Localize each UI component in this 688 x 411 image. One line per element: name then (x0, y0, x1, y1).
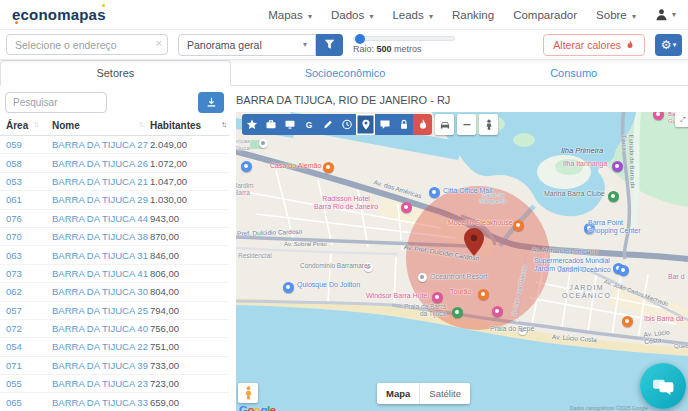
hotel-pin[interactable] (401, 202, 412, 213)
hotel-pin[interactable] (653, 112, 664, 120)
mall-pin[interactable] (429, 187, 440, 198)
map-tool-clock-button[interactable] (337, 114, 356, 135)
cell-nome-link[interactable]: BARRA DA TIJUCA 33 (52, 397, 150, 408)
cell-nome-link[interactable]: BARRA DA TIJUCA 29 (52, 194, 150, 205)
cell-area-link[interactable]: 073 (6, 268, 52, 279)
hotel-pin[interactable] (432, 292, 443, 303)
shopping-pin[interactable] (241, 161, 252, 172)
nav-item-sobre[interactable]: Sobre ▾ (596, 9, 636, 21)
map-tool-chat-bubble-button[interactable] (375, 114, 394, 135)
poi-pin[interactable] (364, 263, 373, 272)
cell-area-link[interactable]: 054 (6, 341, 52, 352)
filter-button[interactable] (316, 34, 343, 56)
cell-nome-link[interactable]: BARRA DA TIJUCA 27 (52, 139, 150, 150)
map-type-map-button[interactable]: Mapa (377, 383, 420, 404)
clear-icon[interactable]: × (156, 37, 162, 49)
user-menu[interactable]: ▾ (655, 8, 676, 21)
map-tool-fire-button[interactable] (413, 114, 432, 135)
settings-button[interactable]: ⚙▾ (655, 34, 682, 56)
radius-slider[interactable] (353, 36, 455, 41)
cell-area-link[interactable]: 065 (6, 397, 52, 408)
cell-area-link[interactable]: 070 (6, 231, 52, 242)
panorama-select[interactable]: Panorama geral ▾ (178, 34, 316, 56)
table-row[interactable]: 061BARRA DA TIJUCA 291.030,00 (0, 191, 229, 209)
cell-nome-link[interactable]: BARRA DA TIJUCA 31 (52, 250, 150, 261)
hotel-pin[interactable] (622, 316, 633, 327)
address-input[interactable] (6, 34, 168, 55)
map-tool-pegman-button[interactable] (479, 114, 498, 135)
poi-pin[interactable] (418, 273, 427, 282)
cell-area-link[interactable]: 072 (6, 323, 52, 334)
map-tool-minus-button[interactable] (457, 114, 476, 135)
search-input[interactable] (5, 92, 107, 113)
cell-nome-link[interactable]: BARRA DA TIJUCA 21 (52, 176, 150, 187)
slider-handle[interactable] (355, 34, 365, 44)
table-row[interactable]: 071BARRA DA TIJUCA 39733,00 (0, 357, 229, 375)
cell-nome-link[interactable]: BARRA DA TIJUCA 44 (52, 213, 150, 224)
table-row[interactable]: 076BARRA DA TIJUCA 44943,00 (0, 210, 229, 228)
poi-pin[interactable] (259, 139, 268, 148)
table-row[interactable]: 065BARRA DA TIJUCA 33659,00 (0, 393, 229, 411)
table-row[interactable]: 063BARRA DA TIJUCA 31846,00 (0, 246, 229, 264)
table-row[interactable]: 057BARRA DA TIJUCA 25794,00 (0, 302, 229, 320)
cell-nome-link[interactable]: BARRA DA TIJUCA 38 (52, 231, 150, 242)
shopping-pin[interactable] (584, 223, 595, 234)
tab-socioeconomico[interactable]: Socioeconômico (231, 60, 460, 85)
cell-nome-link[interactable]: BARRA DA TIJUCA 22 (52, 341, 150, 352)
sort-icon[interactable]: ↑↓ (33, 120, 37, 131)
table-row[interactable]: 054BARRA DA TIJUCA 22751,00 (0, 338, 229, 356)
cell-area-link[interactable]: 076 (6, 213, 52, 224)
col-habitantes[interactable]: Habitantes (150, 120, 201, 131)
sort-icon[interactable]: ↑↓ (138, 120, 142, 131)
table-row[interactable]: 062BARRA DA TIJUCA 30804,00 (0, 283, 229, 301)
map-tool-star-button[interactable] (242, 114, 261, 135)
map-tool-briefcase-button[interactable] (261, 114, 280, 135)
table-row[interactable]: 058BARRA DA TIJUCA 261.072,00 (0, 154, 229, 172)
pegman-control[interactable] (238, 383, 258, 403)
cell-area-link[interactable]: 062 (6, 286, 52, 297)
table-row[interactable]: 053BARRA DA TIJUCA 211.047,00 (0, 173, 229, 191)
cell-nome-link[interactable]: BARRA DA TIJUCA 39 (52, 360, 150, 371)
tab-consumo[interactable]: Consumo (459, 60, 688, 85)
cell-area-link[interactable]: 059 (6, 139, 52, 150)
hotel-pin[interactable] (492, 306, 503, 317)
sort-icon-active[interactable]: ↑↓ (221, 120, 225, 131)
nav-item-leads[interactable]: Leads ▾ (392, 9, 433, 21)
nav-item-comparador[interactable]: Comparador (513, 9, 577, 21)
table-row[interactable]: 073BARRA DA TIJUCA 41806,00 (0, 265, 229, 283)
map-tool-location-pin-button[interactable] (356, 114, 375, 135)
cell-area-link[interactable]: 061 (6, 194, 52, 205)
cell-area-link[interactable]: 055 (6, 378, 52, 389)
fullscreen-button[interactable]: ⤢ (675, 112, 688, 127)
tab-setores[interactable]: Setores (0, 60, 231, 86)
table-row[interactable]: 072BARRA DA TIJUCA 40756,00 (0, 320, 229, 338)
cell-nome-link[interactable]: BARRA DA TIJUCA 40 (52, 323, 150, 334)
cell-area-link[interactable]: 057 (6, 305, 52, 316)
nav-item-ranking[interactable]: Ranking (452, 9, 494, 21)
restaurant-pin[interactable] (478, 289, 489, 300)
marina-pin[interactable] (608, 191, 619, 202)
logo[interactable]: economapas (12, 6, 106, 23)
island-pin[interactable] (612, 161, 623, 172)
restaurant-pin[interactable] (323, 162, 334, 173)
map-type-satellite-button[interactable]: Satélite (420, 383, 470, 404)
cell-area-link[interactable]: 063 (6, 250, 52, 261)
map-tool-car-button[interactable] (435, 114, 454, 135)
cell-area-link[interactable]: 058 (6, 158, 52, 169)
cell-nome-link[interactable]: BARRA DA TIJUCA 26 (52, 158, 150, 169)
col-nome[interactable]: Nome (52, 120, 80, 131)
map-tool-google-g-button[interactable]: G (299, 114, 318, 135)
map-tool-monitor-button[interactable] (280, 114, 299, 135)
poi-pin[interactable] (518, 326, 527, 335)
cell-nome-link[interactable]: BARRA DA TIJUCA 25 (52, 305, 150, 316)
restaurant-pin[interactable] (513, 220, 524, 231)
beach-pin[interactable] (452, 307, 463, 318)
map[interactable]: ericas TijucaCasa do AlemãoJardim BarraR… (236, 112, 688, 411)
table-row[interactable]: 070BARRA DA TIJUCA 38870,00 (0, 228, 229, 246)
map-tool-pencil-button[interactable] (318, 114, 337, 135)
cell-area-link[interactable]: 053 (6, 176, 52, 187)
chat-widget-button[interactable] (640, 363, 686, 409)
cell-nome-link[interactable]: BARRA DA TIJUCA 30 (52, 286, 150, 297)
alterar-calores-button[interactable]: Alterar calores (543, 34, 645, 56)
nav-item-dados[interactable]: Dados ▾ (331, 9, 373, 21)
